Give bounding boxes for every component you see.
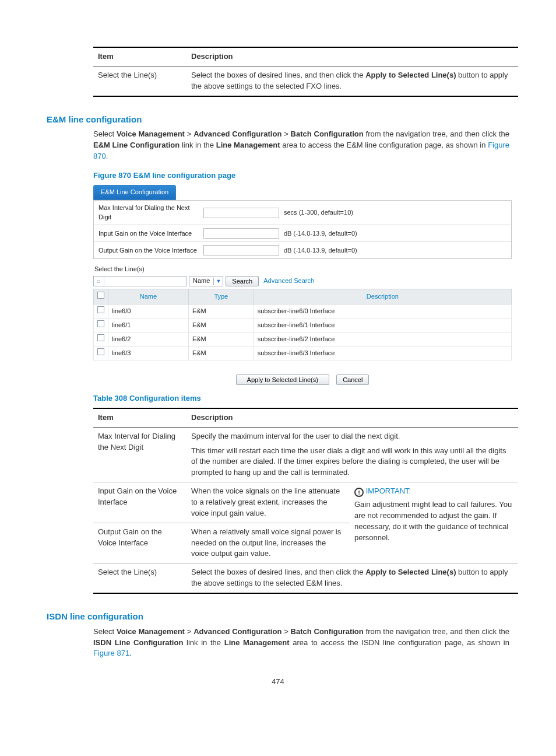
em-config-screenshot: E&M Line Configuration Max Interval for …: [93, 185, 512, 385]
cell-name: line6/3: [108, 346, 189, 360]
row-desc: Specify the maximum interval for the use…: [186, 427, 518, 482]
search-bar: ⌕ Name ▼ Search Advanced Search: [93, 276, 512, 286]
lines-table: Name Type Description line6/0 E&M subscr…: [93, 289, 512, 360]
cell-type: E&M: [188, 332, 254, 346]
button-row: Apply to Selected Line(s) Cancel: [93, 374, 512, 385]
col-item: Item: [93, 47, 186, 66]
em-para: Select Voice Management > Advanced Confi…: [93, 129, 509, 162]
row-item: Select the Line(s): [93, 66, 186, 96]
isdn-heading: ISDN line configuration: [47, 610, 509, 623]
config-panel: Max Interval for Dialing the Next Digit …: [93, 200, 512, 260]
important-note: ! IMPORTANT: Gain adjustment might lead …: [350, 482, 518, 564]
cell-name: line6/2: [108, 332, 189, 346]
cell-desc: subscriber-line6/0 Interface: [254, 304, 511, 318]
tab-em-line-config[interactable]: E&M Line Configuration: [93, 185, 176, 200]
cell-name: line6/1: [108, 318, 189, 332]
cell-desc: subscriber-line6/3 Interface: [254, 346, 511, 360]
row-desc: When the voice signals on the line atten…: [186, 482, 350, 523]
top-table: Item Description Select the Line(s) Sele…: [93, 47, 518, 97]
row-item: Select the Line(s): [93, 564, 186, 593]
cell-type: E&M: [188, 346, 254, 360]
row-desc: Select the boxes of desired lines, and t…: [186, 564, 518, 593]
col-type: Type: [188, 289, 254, 304]
search-field[interactable]: ⌕: [93, 276, 186, 286]
cell-desc: subscriber-line6/2 Interface: [254, 332, 511, 346]
cell-type: E&M: [188, 318, 254, 332]
row-item: Max Interval for Dialing the Next Digit: [93, 427, 186, 482]
input-output-gain[interactable]: [203, 245, 279, 256]
col-desc: Description: [186, 408, 518, 427]
search-column-dropdown[interactable]: Name ▼: [189, 276, 223, 286]
col-item: Item: [93, 408, 186, 427]
hint-max-interval: secs (1-300, default=10): [284, 208, 353, 218]
search-input[interactable]: [104, 276, 186, 286]
row-output-gain: Output Gain on the Voice Interface dB (-…: [94, 242, 511, 258]
table-row: line6/1 E&M subscriber-line6/1 Interface: [94, 318, 512, 332]
row-checkbox[interactable]: [94, 318, 108, 332]
table-308-caption: Table 308 Configuration items: [93, 393, 509, 404]
label-input-gain: Input Gain on the Voice Interface: [98, 229, 203, 239]
row-input-gain: Input Gain on the Voice Interface dB (-1…: [94, 225, 511, 242]
label-max-interval: Max Interval for Dialing the Next Digit: [98, 204, 203, 222]
row-max-interval: Max Interval for Dialing the Next Digit …: [94, 201, 511, 226]
table-row: line6/2 E&M subscriber-line6/2 Interface: [94, 332, 512, 346]
row-checkbox[interactable]: [94, 304, 108, 318]
input-input-gain[interactable]: [203, 228, 279, 239]
col-name: Name: [108, 289, 189, 304]
row-item: Output Gain on the Voice Interface: [93, 523, 186, 564]
cell-type: E&M: [188, 304, 254, 318]
search-button[interactable]: Search: [226, 276, 259, 286]
input-max-interval[interactable]: [203, 208, 279, 218]
figure-caption: Figure 870 E&M line configuration page: [93, 170, 509, 181]
select-all-checkbox[interactable]: [94, 289, 108, 304]
row-desc: Select the boxes of desired lines, and t…: [186, 66, 518, 96]
label-output-gain: Output Gain on the Voice Interface: [98, 246, 203, 256]
figure-871-link[interactable]: Figure 871: [93, 649, 129, 657]
row-checkbox[interactable]: [94, 346, 108, 360]
hint-input-gain: dB (-14.0-13.9, default=0): [284, 229, 357, 239]
important-icon: !: [354, 488, 364, 497]
col-desc: Description: [254, 289, 511, 304]
cell-desc: subscriber-line6/1 Interface: [254, 318, 511, 332]
table-308: Item Description Max Interval for Dialin…: [93, 408, 518, 594]
row-desc: When a relatively small voice signal pow…: [186, 523, 350, 564]
search-icon: ⌕: [94, 276, 104, 286]
table-row: line6/3 E&M subscriber-line6/3 Interface: [94, 346, 512, 360]
select-lines-label: Select the Line(s): [94, 265, 512, 274]
col-desc: Description: [186, 47, 518, 66]
table-row: line6/0 E&M subscriber-line6/0 Interface: [94, 304, 512, 318]
em-heading: E&M line configuration: [47, 113, 509, 126]
hint-output-gain: dB (-14.0-13.9, default=0): [284, 246, 357, 256]
chevron-down-icon: ▼: [213, 278, 223, 285]
isdn-para: Select Voice Management > Advanced Confi…: [93, 626, 509, 660]
cell-name: line6/0: [108, 304, 189, 318]
apply-button[interactable]: Apply to Selected Line(s): [236, 374, 329, 385]
cancel-button[interactable]: Cancel: [336, 374, 369, 385]
page-number: 474: [47, 677, 509, 688]
row-item: Input Gain on the Voice Interface: [93, 482, 186, 523]
row-checkbox[interactable]: [94, 332, 108, 346]
advanced-search-link[interactable]: Advanced Search: [263, 276, 314, 286]
